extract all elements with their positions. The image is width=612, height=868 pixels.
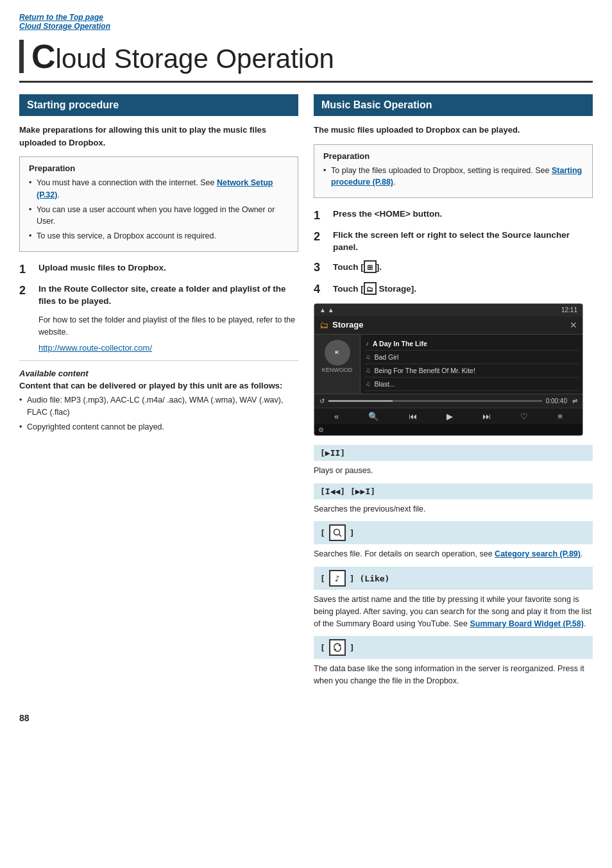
sim-track-4: ♫ Blast... <box>364 378 579 391</box>
right-section-header: Music Basic Operation <box>314 94 593 116</box>
page-title: Cloud Storage Operation <box>31 37 334 76</box>
step-2: 2 In the Route Collector site, create a … <box>19 283 298 308</box>
sim-track-1-name: A Day In The Life <box>373 340 427 347</box>
title-rest: loud Storage Operation <box>56 44 334 74</box>
sim-tracks-list: ♪ A Day In The Life ♫ Bad Girl ♫ Being F… <box>361 335 582 394</box>
sim-slider-area <box>328 400 542 402</box>
feature-like-bracket-close: ] (Like) <box>350 574 390 583</box>
right-step-3-text: Touch [⊞]. <box>333 260 382 274</box>
sim-extra-icon: ⚙ <box>318 426 324 433</box>
search-icon <box>333 528 342 537</box>
sim-like-icon-bottom: ♡ <box>520 412 528 421</box>
feature-skip-header: [I◀◀] [▶▶I] <box>314 483 593 499</box>
avail-subtitle: Content that can be delivered or played … <box>19 381 298 390</box>
route-collector-link[interactable]: http://www.route-collector.com/ <box>38 343 152 353</box>
right-step-2-num: 2 <box>314 230 329 244</box>
right-prep-box: Preparation To play the files uploaded t… <box>314 144 593 199</box>
feature-refresh-bracket-close: ] <box>350 643 355 653</box>
feature-like-bracket-open: [ <box>320 574 325 583</box>
step-2-desc: For how to set the folder and playlist o… <box>38 314 298 338</box>
summary-board-link[interactable]: Summary Board Widget (P.58) <box>470 619 583 628</box>
right-step-3: 3 Touch [⊞]. <box>314 260 593 275</box>
search-icon-box <box>329 524 346 541</box>
left-prep-box: Preparation You must have a connection w… <box>19 156 298 252</box>
sim-kenwood-logo: K <box>325 340 350 365</box>
sim-close-icon: ✕ <box>570 320 577 330</box>
sim-track-4-icon: ♫ <box>366 380 371 387</box>
main-content: Starting procedure Make preparations for… <box>19 94 593 694</box>
step-1-text: Upload music files to Dropbox. <box>38 262 166 274</box>
feature-play-pause-label: [▶II] <box>320 448 345 458</box>
sim-search-icon-bottom: 🔍 <box>368 412 378 421</box>
sim-repeat-icon: ↺ <box>319 397 325 405</box>
sim-extra-bar: ⚙ <box>314 424 582 435</box>
right-column: Music Basic Operation The music files up… <box>314 94 593 694</box>
sim-top-bar: ▲ ▲ 12:11 <box>314 304 582 316</box>
sim-bottom-bar: « 🔍 ⏮ ▶ ⏭ ♡ ≡ <box>314 408 582 424</box>
right-step-1-num: 1 <box>314 208 329 223</box>
sim-storage-label-group: 🗂 Storage <box>319 320 363 330</box>
feature-search-bracket-close: ] <box>350 528 355 538</box>
sim-prev-icon: ⏮ <box>409 412 417 421</box>
sim-screen-inner: ▲ ▲ 12:11 🗂 Storage ✕ K <box>314 304 582 435</box>
sim-next-icon: ⏭ <box>482 412 491 421</box>
feature-search-desc: Searches file. For details on search ope… <box>314 548 593 560</box>
category-search-link[interactable]: Category search (P.89) <box>495 549 581 558</box>
feature-skip-desc: Searches the previous/next file. <box>314 503 593 515</box>
avail-item-1: Audio file: MP3 (.mp3), AAC-LC (.m4a/ .a… <box>19 394 298 419</box>
prep-item-3: To use this service, a Dropbox account i… <box>29 230 289 242</box>
step-2-num: 2 <box>19 283 35 298</box>
prep-item-1: You must have a connection with the inte… <box>29 177 289 201</box>
right-step-3-num: 3 <box>314 260 329 275</box>
right-step-4-num: 4 <box>314 282 329 297</box>
network-setup-link[interactable]: Network Setup (P.32) <box>37 178 273 199</box>
feature-skip: [I◀◀] [▶▶I] Searches the previous/next f… <box>314 483 593 515</box>
breadcrumb-link-cloud[interactable]: Cloud Storage Operation <box>19 22 110 31</box>
right-prep-item-1: To play the files uploaded to Dropbox, s… <box>323 165 583 189</box>
right-step-1-text: Press the <HOME> button. <box>333 208 442 221</box>
step-1: 1 Upload music files to Dropbox. <box>19 262 298 277</box>
feature-refresh: [ ] The data base like the song informat… <box>314 636 593 687</box>
right-prep-title: Preparation <box>323 151 583 161</box>
starting-proc-link[interactable]: Starting procedure (P.88) <box>331 166 582 187</box>
breadcrumb-link-top[interactable]: Return to the Top page <box>19 13 103 22</box>
svg-point-0 <box>334 530 339 535</box>
avail-list: Audio file: MP3 (.mp3), AAC-LC (.m4a/ .a… <box>19 394 298 433</box>
right-step-1: 1 Press the <HOME> button. <box>314 208 593 223</box>
left-section-header: Starting procedure <box>19 94 298 116</box>
sim-time-display: 0:00:40 <box>546 397 567 405</box>
left-prep-title: Preparation <box>29 163 289 173</box>
avail-content-section: Available content Content that can be de… <box>19 369 298 433</box>
sim-list: K KENWOOD ♪ A Day In The Life ♫ Bad Girl <box>314 335 582 394</box>
feature-refresh-bracket-open: [ <box>320 643 325 653</box>
sim-track-2-name: Bad Girl <box>375 353 399 361</box>
left-prep-list: You must have a connection with the inte… <box>29 177 289 242</box>
feature-refresh-header: [ ] <box>314 636 593 659</box>
title-large-c: C <box>31 38 56 75</box>
sim-storage-header: 🗂 Storage ✕ <box>314 316 582 335</box>
right-prep-list: To play the files uploaded to Dropbox, s… <box>323 165 583 189</box>
sim-track-3: ♫ Being For The Benefit Of Mr. Kite! <box>364 364 579 378</box>
right-step-2-text: Flick the screen left or right to select… <box>333 230 593 254</box>
sim-storage-icon: 🗂 <box>319 320 328 330</box>
page-number: 88 <box>19 713 593 723</box>
feature-like-desc: Saves the artist name and the title by p… <box>314 594 593 630</box>
sim-track-3-name: Being For The Benefit Of Mr. Kite! <box>375 367 475 374</box>
page-title-wrapper: Cloud Storage Operation <box>19 37 593 83</box>
step-2-text: In the Route Collector site, create a fo… <box>38 283 298 308</box>
grid-icon: ⊞ <box>364 260 377 273</box>
step-2-link: http://www.route-collector.com/ <box>38 343 298 353</box>
svg-line-1 <box>339 535 341 537</box>
refresh-icon-box <box>329 639 346 656</box>
right-step-4-text: Touch [🗂 Storage]. <box>333 282 416 296</box>
screen-simulation: ▲ ▲ 12:11 🗂 Storage ✕ K <box>314 303 583 436</box>
sim-track-2: ♫ Bad Girl <box>364 351 579 364</box>
feature-play-pause: [▶II] Plays or pauses. <box>314 445 593 477</box>
feature-play-pause-header: [▶II] <box>314 445 593 461</box>
sim-track-4-name: Blast... <box>375 380 395 388</box>
title-bar-decoration <box>19 40 24 73</box>
like-icon: ♪ <box>335 574 340 583</box>
sim-track-1-icon: ♪ <box>366 340 369 347</box>
left-intro: Make preparations for allowing this unit… <box>19 124 298 149</box>
sim-back-icon: « <box>334 412 339 421</box>
